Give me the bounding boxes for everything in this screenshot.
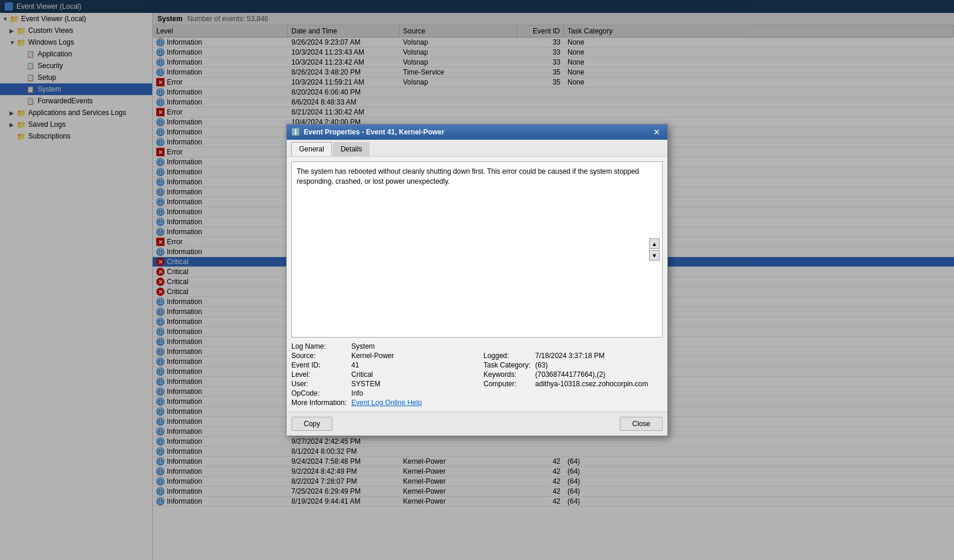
opcode-label: OpCode: [291,389,347,397]
empty-value-1 [535,342,663,350]
level-label: Level: [291,370,347,379]
empty-label-3 [483,399,530,407]
keywords-value: (70368744177664),(2) [535,370,663,379]
modal-close-button[interactable]: ✕ [651,127,663,137]
event-properties-modal: ℹ️ Event Properties - Event 41, Kernel-P… [286,124,668,436]
empty-value-2 [535,389,663,397]
modal-tabs: General Details [287,140,667,157]
modal-titlebar-left: ℹ️ Event Properties - Event 41, Kernel-P… [291,128,444,136]
modal-footer: Copy Close [287,411,667,436]
task-category-label: Task Category: [483,361,530,369]
log-name-label: Log Name: [291,342,347,350]
scroll-up-button[interactable]: ▲ [649,238,660,249]
empty-label-2 [483,389,530,397]
computer-label: Computer: [483,380,530,388]
modal-body: The system has rebooted without cleanly … [287,157,667,411]
source-label: Source: [291,352,347,360]
scroll-arrows: ▲ ▼ [649,238,660,261]
keywords-label: Keywords: [483,370,530,379]
event-description-box: The system has rebooted without cleanly … [291,161,663,338]
modal-title-text: Event Properties - Event 41, Kernel-Powe… [304,128,444,136]
opcode-value: Info [351,389,479,397]
app-container: Event Viewer (Local) ▼ 📁 Event Viewer (L… [0,0,954,560]
source-value: Kernel-Power [351,352,479,360]
task-category-value: (63) [535,361,663,369]
computer-value: adithya-10318.csez.zohocorpin.com [535,380,663,388]
logged-value: 7/18/2024 3:37:18 PM [535,352,663,360]
event-id-label: Event ID: [291,361,347,369]
close-button[interactable]: Close [620,417,663,431]
modal-overlay: ℹ️ Event Properties - Event 41, Kernel-P… [0,0,954,560]
event-log-online-help-link[interactable]: Event Log Online Help [351,399,479,407]
user-label: User: [291,380,347,388]
tab-details[interactable]: Details [333,142,370,156]
event-description-text: The system has rebooted without cleanly … [297,167,639,185]
event-details-grid: Log Name: System Source: Kernel-Power Lo… [291,342,663,407]
log-name-value: System [351,342,479,350]
modal-title-icon: ℹ️ [291,128,300,136]
scroll-down-button[interactable]: ▼ [649,250,660,261]
level-value: Critical [351,370,479,379]
event-id-value: 41 [351,361,479,369]
modal-titlebar: ℹ️ Event Properties - Event 41, Kernel-P… [287,124,667,140]
more-info-label: More Information: [291,399,347,407]
empty-label-1 [483,342,530,350]
user-value: SYSTEM [351,380,479,388]
empty-value-3 [535,399,663,407]
copy-button[interactable]: Copy [291,417,332,431]
logged-label: Logged: [483,352,530,360]
tab-general[interactable]: General [291,142,332,156]
